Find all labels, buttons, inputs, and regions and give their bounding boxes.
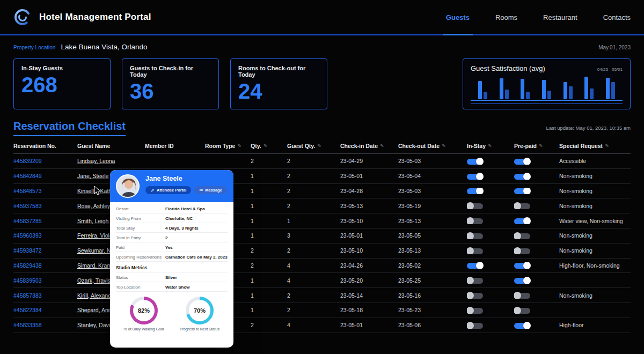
column-header-room-type: Room Type✎ — [205, 143, 251, 149]
reservation-number-link[interactable]: #45833358 — [13, 322, 77, 328]
donut-percent: 82% — [138, 307, 150, 314]
pre-paid-toggle[interactable] — [514, 248, 530, 254]
edit-column-icon[interactable]: ✎ — [264, 143, 268, 149]
reservation-number-link[interactable]: #45857383 — [13, 292, 77, 299]
guest-name-link[interactable]: Sewkumar, No — [77, 247, 114, 254]
nav-tab-guests[interactable]: Guests — [446, 0, 470, 34]
edit-column-icon[interactable]: ✎ — [317, 143, 321, 149]
edit-column-icon[interactable]: ✎ — [539, 143, 543, 149]
guest-qty-cell: 3 — [287, 232, 340, 239]
guest-name-link[interactable]: Ozark, Travis — [77, 277, 111, 284]
column-header-qty: Qty.✎ — [251, 143, 287, 149]
in-stay-toggle[interactable] — [467, 159, 483, 165]
pre-paid-toggle[interactable] — [514, 174, 530, 180]
column-header-guest-qty: Guest Qty.✎ — [287, 143, 340, 149]
popup-header: Jane Steele Attendee Portal ✉ Message — [110, 170, 233, 202]
table-row[interactable]: #45837285 Smith, Leigh A 1 1 23-05-10 23… — [13, 213, 631, 228]
check-out-date-cell: 23-05-13 — [398, 218, 467, 224]
in-stay-toggle[interactable] — [467, 248, 483, 254]
table-row[interactable]: #45938472 Sewkumar, No 2 2 23-05-10 23-0… — [13, 244, 631, 259]
pre-paid-toggle[interactable] — [514, 323, 530, 329]
pre-paid-toggle[interactable] — [514, 233, 530, 239]
in-stay-toggle[interactable] — [467, 263, 483, 269]
in-stay-toggle[interactable] — [467, 218, 483, 224]
table-row[interactable]: #45937583 Rose, Ashley 1 2 23-05-13 23-0… — [13, 198, 631, 213]
table-row[interactable]: #45829438 Simard, Krame 2 4 23-04-26 23-… — [13, 259, 631, 274]
guest-qty-cell: 4 — [287, 322, 340, 328]
edit-column-icon[interactable]: ✎ — [442, 143, 446, 149]
reservation-number-link[interactable]: #45822384 — [13, 307, 77, 313]
reservation-number-link[interactable]: #45848573 — [13, 188, 77, 194]
edit-column-icon[interactable]: ✎ — [237, 143, 241, 149]
app-logo-icon — [13, 8, 32, 26]
guest-qty-cell: 2 — [287, 307, 340, 313]
reservation-number-link[interactable]: #45839209 — [13, 158, 77, 164]
reservation-number-link[interactable]: #45839503 — [13, 277, 77, 284]
message-button[interactable]: ✉ Message — [194, 186, 226, 194]
pre-paid-toggle[interactable] — [514, 263, 530, 269]
satisfaction-date-range: 04/25 - 05/01 — [597, 67, 623, 72]
pre-paid-toggle[interactable] — [514, 308, 530, 314]
table-row[interactable]: #45960393 Ferreira, Viole 1 3 23-05-01 2… — [13, 228, 631, 244]
in-stay-toggle[interactable] — [467, 203, 483, 209]
special-request-cell: High-floor — [559, 322, 631, 328]
reservation-number-link[interactable]: #45829438 — [13, 262, 77, 269]
column-header-special-request: Special Request✎ — [559, 143, 631, 149]
edit-column-icon[interactable]: ✎ — [605, 143, 609, 149]
nav-tab-restaurant[interactable]: Restaurant — [543, 0, 577, 34]
table-row[interactable]: #45857383 Kirill, Alexand 1 2 23-05-14 2… — [13, 288, 631, 303]
table-row[interactable]: #45839209 Lindsay, Leona 2 2 23-04-29 23… — [13, 154, 631, 169]
qty-cell: 2 — [251, 322, 287, 328]
nav-tab-contacts[interactable]: Contacts — [603, 0, 631, 34]
in-stay-toggle[interactable] — [467, 188, 483, 194]
pre-paid-toggle[interactable] — [514, 203, 530, 209]
in-stay-toggle[interactable] — [467, 293, 483, 299]
guest-name-link[interactable]: Jane, Steele — [77, 173, 108, 179]
nav-tab-rooms[interactable]: Rooms — [495, 0, 517, 34]
attendee-portal-button[interactable]: Attendee Portal — [145, 186, 191, 194]
table-row[interactable]: #45839503 Ozark, Travis 1 4 23-05-20 23-… — [13, 273, 631, 288]
edit-column-icon[interactable]: ✎ — [380, 143, 384, 149]
reservation-number-link[interactable]: #45938472 — [13, 247, 77, 254]
reservation-number-link[interactable]: #45837285 — [13, 218, 77, 224]
table-header: Reservation No. Guest Name Member ID Roo… — [13, 143, 631, 154]
pre-paid-toggle[interactable] — [514, 278, 530, 284]
guest-name-link[interactable]: Simard, Krame — [77, 262, 115, 269]
in-stay-toggle[interactable] — [467, 233, 483, 239]
check-out-date-cell: 23-05-04 — [398, 173, 467, 179]
guest-name-link[interactable]: Ferreira, Viole — [77, 232, 113, 239]
in-stay-toggle[interactable] — [467, 278, 483, 284]
column-header-check-out: Check-out Date✎ — [398, 143, 467, 149]
guest-avatar — [116, 174, 140, 198]
qty-cell: 2 — [251, 247, 287, 254]
table-row[interactable]: #45842849 Jane, Steele 1 2 23-05-01 23-0… — [13, 169, 631, 184]
satisfaction-title: Guest Satisfaction (avg) — [471, 64, 545, 72]
guest-name-link[interactable]: Shepard, Anita — [77, 307, 114, 313]
guest-name-link[interactable]: Kirill, Alexand — [77, 292, 111, 299]
table-row[interactable]: #45833358 Stanley, David 2 4 23-05-01 23… — [13, 318, 631, 333]
guest-name-link[interactable]: Stanley, David — [77, 322, 113, 328]
guest-name-link[interactable]: Lindsay, Leona — [77, 158, 115, 164]
stat-value: 36 — [130, 80, 211, 102]
guest-name-link[interactable]: Rose, Ashley — [77, 203, 110, 209]
reservation-number-link[interactable]: #45960393 — [13, 232, 77, 239]
in-stay-toggle[interactable] — [467, 308, 483, 314]
guest-name-link[interactable]: Kinsella, Kathl — [77, 188, 113, 194]
in-stay-toggle[interactable] — [467, 174, 483, 180]
in-stay-toggle[interactable] — [467, 323, 483, 329]
table-row[interactable]: #45822384 Shepard, Anita 1 2 23-05-18 23… — [13, 303, 631, 318]
donut-caption: Progress to Next Status — [180, 327, 219, 331]
reservation-number-link[interactable]: #45842849 — [13, 173, 77, 179]
field-value: Silver — [165, 275, 228, 280]
table-row[interactable]: #45848573 Kinsella, Kathl 1 2 23-04-28 2… — [13, 184, 631, 199]
pre-paid-toggle[interactable] — [514, 188, 530, 194]
reservation-number-link[interactable]: #45937583 — [13, 203, 77, 209]
edit-column-icon[interactable]: ✎ — [488, 143, 492, 149]
pre-paid-toggle[interactable] — [514, 159, 530, 165]
stat-card-check-in: Guests to Check-in for Today 36 — [122, 58, 219, 109]
guest-name-link[interactable]: Smith, Leigh A — [77, 218, 114, 224]
pre-paid-toggle[interactable] — [514, 293, 530, 299]
field-value: 4 Days, 3 Nights — [165, 226, 228, 231]
special-request-cell: Accessible — [559, 158, 631, 164]
pre-paid-toggle[interactable] — [514, 218, 530, 224]
